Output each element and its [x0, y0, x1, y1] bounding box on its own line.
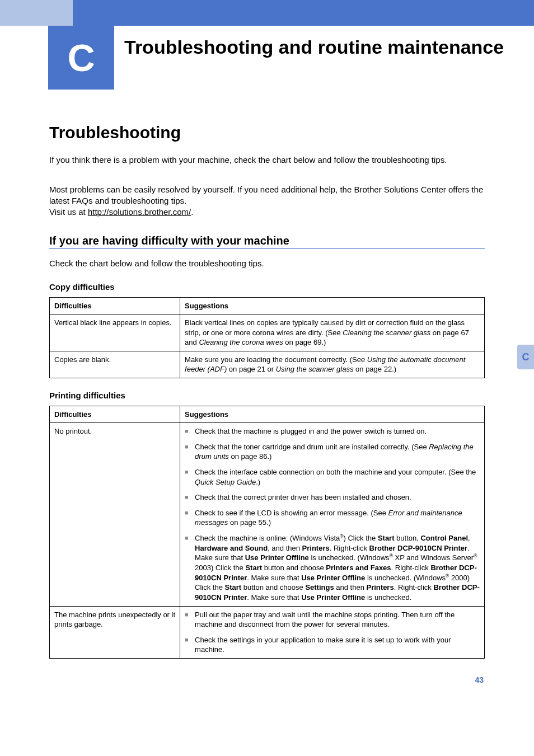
top-bar-accent [0, 0, 73, 26]
print-row1-sugg: Check that the machine is plugged in and… [180, 423, 485, 606]
table-row: The machine prints unexpectedly or it pr… [50, 606, 485, 658]
print-row2-sugg: Pull out the paper tray and wait until t… [180, 606, 485, 658]
copy-difficulties-heading: Copy difficulties [49, 282, 485, 292]
table-row: Vertical black line appears in copies. B… [50, 314, 485, 351]
list-item: Check that the toner cartridge and drum … [185, 442, 480, 462]
list-item: Check that the correct printer driver ha… [185, 492, 480, 503]
page-number: 43 [0, 675, 534, 684]
side-tab: C [517, 345, 534, 369]
list-item: Check the settings in your application t… [185, 635, 480, 655]
copy-row2-diff: Copies are blank. [50, 351, 180, 378]
copy-th-suggestions: Suggestions [180, 297, 485, 314]
intro2-post: . [191, 207, 193, 217]
list-item: Check the machine is online: (Windows Vi… [185, 533, 480, 603]
intro-paragraph-2: Most problems can be easily resolved by … [49, 172, 485, 218]
print-row2-diff: The machine prints unexpectedly or it pr… [50, 606, 180, 658]
printing-difficulties-table: Difficulties Suggestions No printout. Ch… [49, 406, 485, 659]
print-th-suggestions: Suggestions [180, 406, 485, 423]
copy-row1-sugg: Black vertical lines on copies are typic… [180, 314, 485, 351]
copy-row2-sugg: Make sure you are loading the document c… [180, 351, 485, 378]
section-heading: Troubleshooting [49, 123, 485, 142]
printing-difficulties-heading: Printing difficulties [49, 391, 485, 400]
chapter-header: C Troubleshooting and routine maintenanc… [0, 26, 534, 90]
solutions-link[interactable]: http://solutions.brother.com/ [88, 207, 191, 217]
copy-row1-diff: Vertical black line appears in copies. [50, 314, 180, 351]
list-item: Pull out the paper tray and wait until t… [185, 610, 480, 630]
table-row: Copies are blank. Make sure you are load… [50, 351, 485, 378]
print-row1-diff: No printout. [50, 423, 180, 606]
chapter-badge: C [48, 26, 114, 90]
subsection-heading: If you are having difficulty with your m… [49, 234, 485, 247]
copy-difficulties-table: Difficulties Suggestions Vertical black … [49, 297, 485, 378]
print-th-difficulties: Difficulties [50, 406, 180, 423]
intro-paragraph-1: If you think there is a problem with you… [49, 154, 485, 166]
chapter-title: Troubleshooting and routine maintenance [114, 26, 534, 90]
list-item: Check the interface cable connection on … [185, 467, 480, 487]
table-row: No printout. Check that the machine is p… [50, 423, 485, 606]
copy-th-difficulties: Difficulties [50, 297, 180, 314]
section-rule [49, 248, 485, 249]
top-bar [0, 0, 534, 26]
subsection-intro: Check the chart below and follow the tro… [49, 258, 485, 269]
list-item: Check to see if the LCD is showing an er… [185, 508, 480, 528]
list-item: Check that the machine is plugged in and… [185, 426, 480, 436]
